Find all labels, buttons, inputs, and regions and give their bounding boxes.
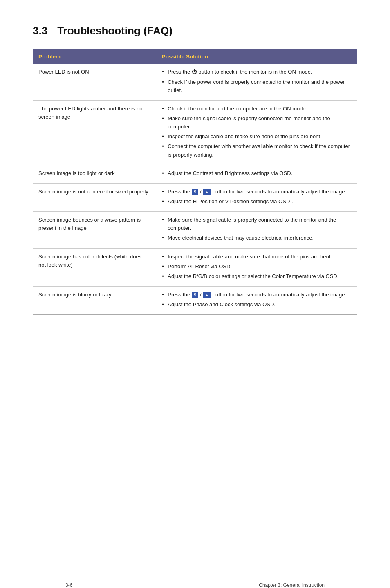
solution-cell: Check if the monitor and the computer ar…	[156, 100, 357, 165]
solution-header: Possible Solution	[156, 49, 357, 64]
solution-item: Press the S / ▲ button for two seconds t…	[162, 291, 352, 299]
solution-item: Adjust the R/G/B color settings or selec…	[162, 272, 352, 281]
solution-cell: Inspect the signal cable and make sure t…	[156, 248, 357, 286]
table-row: The power LED lights amber and there is …	[33, 100, 357, 165]
solution-item: Move electrical devices that may cause e…	[162, 234, 352, 242]
table-row: Power LED is not ONPress the ⏻ button to…	[33, 64, 357, 100]
table-row: Screen image bounces or a wave pattern i…	[33, 212, 357, 248]
solution-cell: Make sure the signal cable is properly c…	[156, 212, 357, 248]
solution-item: Check if the power cord is properly conn…	[162, 78, 352, 94]
solution-cell: Press the S / ▲ button for two seconds t…	[156, 287, 357, 315]
faq-table: Problem Possible Solution Power LED is n…	[33, 49, 357, 315]
problem-cell: Screen image has color defects (white do…	[33, 248, 156, 286]
solution-item: Press the S / ▲ button for two seconds t…	[162, 188, 352, 196]
table-header-row: Problem Possible Solution	[33, 49, 357, 64]
power-icon: ⏻	[192, 68, 197, 76]
chapter-label: Chapter 3: General Instruction	[259, 582, 325, 588]
table-row: Screen image is too light or darkAdjust …	[33, 165, 357, 183]
solution-item: Inspect the signal cable and make sure t…	[162, 253, 352, 261]
solution-item: Press the ⏻ button to check if the monit…	[162, 68, 352, 76]
table-row: Screen image has color defects (white do…	[33, 248, 357, 286]
solution-cell: Adjust the Contrast and Brightness setti…	[156, 165, 357, 183]
solution-item: Adjust the H-Position or V-Position sett…	[162, 197, 352, 206]
table-row: Screen image is blurry or fuzzyPress the…	[33, 287, 357, 315]
solution-item: Connect the computer with another availa…	[162, 142, 352, 159]
table-row: Screen image is not centered or sized pr…	[33, 183, 357, 211]
problem-cell: Screen image is too light or dark	[33, 165, 156, 183]
solution-item: Check if the monitor and the computer ar…	[162, 105, 352, 113]
section-heading: Troubleshooting (FAQ)	[57, 25, 173, 37]
solution-item: Make sure the signal cable is properly c…	[162, 216, 352, 232]
solution-cell: Press the ⏻ button to check if the monit…	[156, 64, 357, 100]
problem-cell: Screen image is not centered or sized pr…	[33, 183, 156, 211]
solution-item: Adjust the Phase and Clock settings via …	[162, 301, 352, 309]
problem-cell: Power LED is not ON	[33, 64, 156, 100]
solution-item: Adjust the Contrast and Brightness setti…	[162, 169, 352, 177]
s-button-icon: S	[192, 292, 198, 299]
solution-item: Perform All Reset via OSD.	[162, 263, 352, 271]
problem-cell: The power LED lights amber and there is …	[33, 100, 156, 165]
page-number: 3-6	[65, 582, 72, 588]
s-button-icon: S	[192, 189, 198, 196]
page-footer: 3-6 Chapter 3: General Instruction	[65, 579, 325, 588]
solution-item: Inspect the signal cable and make sure n…	[162, 132, 352, 141]
solution-item: Make sure the signal cable is properly c…	[162, 114, 352, 131]
a-button-icon: ▲	[203, 189, 211, 196]
problem-cell: Screen image bounces or a wave pattern i…	[33, 212, 156, 248]
a-button-icon: ▲	[203, 292, 211, 299]
problem-header: Problem	[33, 49, 156, 64]
problem-cell: Screen image is blurry or fuzzy	[33, 287, 156, 315]
section-title: 3.3Troubleshooting (FAQ)	[33, 25, 357, 37]
solution-cell: Press the S / ▲ button for two seconds t…	[156, 183, 357, 211]
section-number: 3.3	[33, 25, 47, 37]
